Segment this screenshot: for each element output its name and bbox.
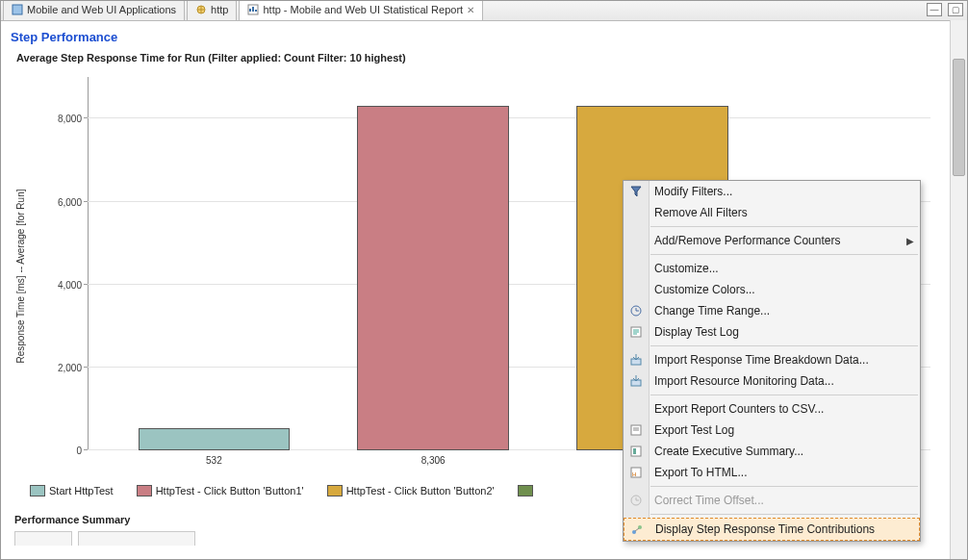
editor-tabbar: Mobile and Web UI Applications http http… <box>1 1 967 21</box>
tab-mobile-web-ui-apps[interactable]: Mobile and Web UI Applications <box>3 0 185 20</box>
menu-label: Export Report Counters to CSV... <box>654 402 824 416</box>
legend-item: Start HttpTest <box>30 485 114 496</box>
report-icon <box>247 4 259 15</box>
swatch-icon <box>137 485 152 496</box>
menu-separator <box>650 345 918 346</box>
menu-label: Import Response Time Breakdown Data... <box>654 353 869 367</box>
log-icon <box>628 324 644 340</box>
svg-rect-0 <box>13 5 22 14</box>
submenu-arrow-icon: ▶ <box>906 236 914 246</box>
legend-item <box>518 485 537 496</box>
tab-label: Mobile and Web UI Applications <box>27 4 176 15</box>
clock-icon <box>628 303 644 318</box>
bar-click-button1[interactable] <box>357 106 509 450</box>
close-icon[interactable]: ✕ <box>467 5 474 15</box>
export-log-icon <box>628 422 644 438</box>
menu-label: Remove All Filters <box>654 206 748 219</box>
menu-create-exec-summary[interactable]: Create Executive Summary... <box>624 441 920 462</box>
menu-remove-all-filters[interactable]: Remove All Filters <box>624 202 920 223</box>
menu-label: Correct Time Offset... <box>654 494 764 507</box>
summary-icon <box>628 444 644 459</box>
menu-separator <box>650 254 918 255</box>
menu-display-step-contributions[interactable]: Display Step Response Time Contributions <box>624 518 920 541</box>
menu-label: Customize Colors... <box>654 283 755 296</box>
filter-icon <box>628 184 644 199</box>
tab-statistical-report[interactable]: http - Mobile and Web UI Statistical Rep… <box>239 0 483 20</box>
section-title: Step Performance <box>11 30 940 44</box>
menu-label: Customize... <box>654 262 719 275</box>
vertical-scrollbar[interactable] <box>950 20 967 559</box>
import-icon <box>628 352 644 368</box>
tab-label: http - Mobile and Web UI Statistical Rep… <box>263 4 463 15</box>
menu-customize[interactable]: Customize... <box>624 258 920 279</box>
y-tick: 2,000 <box>43 362 82 372</box>
menu-label: Add/Remove Performance Counters <box>654 234 840 247</box>
menu-label: Import Resource Monitoring Data... <box>654 374 834 388</box>
menu-display-test-log[interactable]: Display Test Log <box>624 321 920 343</box>
menu-label: Change Time Range... <box>654 304 770 318</box>
menu-separator <box>650 395 918 395</box>
scrollbar-thumb[interactable] <box>953 59 965 176</box>
menu-label: Export To HTML... <box>654 466 747 479</box>
clock-icon <box>628 493 644 508</box>
menu-label: Create Executive Summary... <box>654 445 803 458</box>
y-tick: 8,000 <box>43 114 82 124</box>
maximize-button[interactable]: ▢ <box>948 3 963 16</box>
swatch-icon <box>30 485 45 496</box>
menu-customize-colors[interactable]: Customize Colors... <box>624 279 920 300</box>
y-axis-line <box>88 77 89 450</box>
http-icon <box>195 4 207 15</box>
summary-tab[interactable] <box>14 531 72 546</box>
menu-separator <box>650 226 918 227</box>
summary-tab[interactable] <box>78 531 195 546</box>
menu-export-csv[interactable]: Export Report Counters to CSV... <box>624 398 920 420</box>
minimize-button[interactable]: — <box>927 3 942 16</box>
chart-title: Average Step Response Time for Run (Filt… <box>16 52 940 64</box>
y-axis-label: Response Time [ms] -- Average [for Run] <box>15 189 26 363</box>
menu-label: Export Test Log <box>654 423 734 437</box>
tab-label: http <box>211 4 228 15</box>
svg-text:H: H <box>632 471 636 477</box>
menu-separator <box>650 486 918 487</box>
bar-value: 532 <box>206 455 222 466</box>
bar-start-httptest[interactable] <box>139 428 291 450</box>
app-icon <box>12 4 23 15</box>
svg-rect-9 <box>633 448 636 454</box>
menu-separator <box>650 514 918 515</box>
window-controls: — ▢ <box>927 3 963 16</box>
y-tick: 6,000 <box>43 196 82 207</box>
tab-http[interactable]: http <box>187 0 237 20</box>
swatch-icon <box>327 485 343 496</box>
menu-correct-time-offset: Correct Time Offset... <box>624 490 920 511</box>
menu-change-time-range[interactable]: Change Time Range... <box>624 300 920 321</box>
y-tick: 4,000 <box>43 279 82 290</box>
workbench-window: { "tabs": [ {"label": "Mobile and Web UI… <box>0 0 968 560</box>
bar-value: 8,306 <box>421 455 446 466</box>
html-icon: H <box>628 465 644 480</box>
menu-label: Display Step Response Time Contributions <box>655 522 875 536</box>
legend-label: HttpTest - Click Button 'Button1' <box>156 485 304 496</box>
y-tick: 0 <box>43 445 82 456</box>
legend-item: HttpTest - Click Button 'Button1' <box>137 485 304 496</box>
context-menu: Modify Filters... Remove All Filters Add… <box>623 180 921 542</box>
menu-export-test-log[interactable]: Export Test Log <box>624 420 920 441</box>
menu-export-html[interactable]: H Export To HTML... <box>624 462 920 483</box>
legend-item: HttpTest - Click Button 'Button2' <box>327 485 495 496</box>
contribution-icon <box>629 522 645 537</box>
menu-label: Display Test Log <box>654 325 739 339</box>
menu-modify-filters[interactable]: Modify Filters... <box>624 181 920 202</box>
menu-add-remove-counters[interactable]: Add/Remove Performance Counters ▶ <box>624 230 920 251</box>
legend-label: HttpTest - Click Button 'Button2' <box>346 485 495 496</box>
menu-label: Modify Filters... <box>654 185 732 198</box>
import-icon <box>628 373 644 389</box>
swatch-icon <box>518 485 533 496</box>
legend-label: Start HttpTest <box>49 485 114 496</box>
menu-import-breakdown[interactable]: Import Response Time Breakdown Data... <box>624 349 920 370</box>
menu-import-resource[interactable]: Import Resource Monitoring Data... <box>624 370 920 392</box>
